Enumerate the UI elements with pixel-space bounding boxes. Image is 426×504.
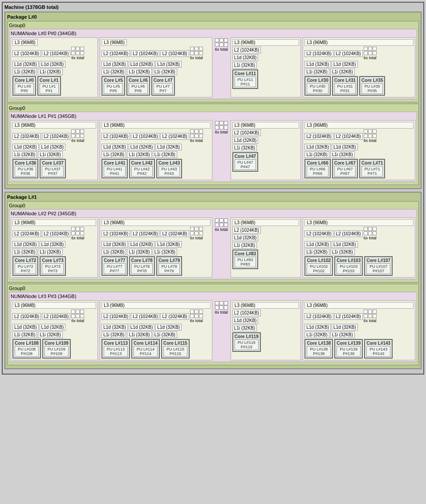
group0-numa1-title: Group0	[9, 105, 417, 111]
pu-119: PU L#119P#119	[235, 339, 259, 350]
core-119: Core L#119 PU L#119P#119	[232, 332, 261, 352]
core-115: Core L#115 PU L#115P#115	[161, 339, 190, 359]
core-71: Core L#71 PU L#71P#71	[359, 159, 385, 178]
l2-0-0: L2 (1024KB)	[12, 50, 41, 57]
l1d-3-1: L1d (32KB)	[332, 61, 358, 68]
l3-n2-s3: L3 (96MB) L2 (1024KB) L2 (1024KB) 6x tot…	[303, 218, 415, 278]
core-113: Core L#113 PU L#113P#113	[101, 339, 130, 359]
numa-node-1-title: NUMANode L#1 P#1 (345GB)	[11, 113, 415, 119]
core-103: Core L#103 PU L#103P#103	[334, 256, 363, 276]
l1i-0-1: L1i (32KB)	[38, 69, 62, 75]
core-47: Core L#47 PU L#47P#47	[232, 152, 258, 172]
l1d-0-0: L1d (32KB)	[12, 61, 39, 68]
l3-section-1: L3 (96MB) L2 (1024KB) L2 (1024KB) L2 (10…	[100, 37, 212, 97]
pu-1: PU L#1P#1	[40, 83, 59, 94]
core-102: Core L#102 PU L#102P#102	[304, 256, 333, 276]
l3-n1-s0: L3 (96MB) L2 (1024KB) L2 (1024KB) 6x tot…	[11, 120, 98, 180]
core-36: Core L#36 PU L#36P#36	[12, 159, 38, 178]
pu-30: PU L#30P#30	[307, 83, 328, 94]
pu-31: PU L#31P#31	[334, 83, 356, 94]
pu-42: PU L#42P#42	[131, 166, 153, 177]
group0-numa2-label: Group0	[9, 203, 417, 208]
l1d-1-0: L1d (32KB)	[101, 61, 128, 68]
pu-102: PU L#102P#102	[307, 263, 331, 274]
l1i-3-1: L1i (32KB)	[330, 69, 355, 75]
l3-n3-s0: L3 (96MB) L2 (1024KB) L2 (1024KB) 6x tot…	[11, 300, 98, 360]
l2-1-1: L2 (1024KB)	[131, 50, 159, 57]
core-114: Core L#114 PU L#114P#114	[131, 339, 160, 359]
l3-n2-s1: L3 (96MB) L2 (1024KB) L2 (1024KB) L2 (10…	[100, 218, 212, 278]
l3-n3-s3: L3 (96MB) L2 (1024KB) L2 (1024KB) 6x tot…	[303, 300, 415, 360]
l3-1-label: L3 (96MB)	[101, 39, 127, 46]
pu-114: PU L#114P#114	[134, 346, 158, 357]
package-0-title: Package L#0	[7, 14, 419, 20]
group0-numa3: Group0 NUMANode L#3 P#3 (344GB) L3 (96MB…	[7, 284, 419, 365]
pu-138: PU L#138P#138	[307, 346, 331, 357]
core-11: Core L#11 PU L#11P#11	[232, 69, 258, 89]
l2-extra-1: 6x total	[190, 47, 203, 60]
core-0: Core L#0 PU L#0P#0	[12, 76, 36, 96]
pu-115: PU L#115P#115	[163, 346, 187, 357]
numa-node-0: NUMANode L#0 P#0 (344GB) L3 (96MB) L2 (1…	[9, 29, 417, 99]
l3-n1-s3: L3 (96MB) L2 (1024KB) L2 (1024KB) 6x tot…	[303, 120, 415, 180]
core-139: Core L#139 PU L#139P#139	[334, 339, 363, 359]
pu-41: PU L#41P#41	[104, 166, 125, 177]
core-41: Core L#41 PU L#41P#41	[101, 159, 127, 178]
pu-72: PU L#72P#72	[15, 263, 36, 274]
pu-107: PU L#107P#107	[366, 263, 390, 274]
pu-5: PU L#5P#5	[104, 83, 123, 94]
l1i-3-0: L1i (32KB)	[304, 69, 329, 75]
pu-79: PU L#79P#79	[158, 263, 180, 274]
l3-n2-s0: L3 (96MB) L2 (1024KB) L2 (1024KB) 6x tot…	[11, 218, 98, 278]
core-43: Core L#43 PU L#43P#43	[156, 159, 182, 178]
package-0: Package L#0 Group0 NUMANode L#0 P#0 (344…	[4, 12, 422, 189]
core-42: Core L#42 PU L#42P#42	[129, 159, 155, 178]
numa-node-1: NUMANode L#1 P#1 (345GB) L3 (96MB) L2 (1…	[9, 112, 417, 182]
core-35: Core L#35 PU L#35P#35	[359, 76, 385, 96]
pu-11: PU L#11P#11	[235, 77, 256, 87]
group0-numa3-label: Group0	[9, 286, 417, 291]
group0-numa0-title: Group0	[9, 23, 417, 28]
machine-box: Machine (1378GB total) Package L#0 Group…	[2, 2, 424, 375]
pu-47: PU L#47P#47	[235, 159, 256, 170]
l3-section-0: L3 (96MB) L2 (1024KB) L2 (1024KB) 6x tot…	[11, 37, 98, 97]
core-72: Core L#72 PU L#72P#72	[12, 256, 38, 276]
pu-66: PU L#66P#66	[307, 166, 328, 177]
l1i-2-0: L1i (32KB)	[232, 62, 257, 69]
pu-139: PU L#139P#139	[337, 346, 361, 357]
l3-2-label: L3 (96MB)	[232, 39, 300, 46]
pu-35: PU L#35P#35	[361, 83, 383, 94]
pu-0: PU L#0P#0	[15, 83, 34, 94]
l1i-1-0: L1i (32KB)	[101, 69, 126, 75]
pu-6: PU L#6P#6	[129, 83, 148, 94]
pu-108: PU L#108P#108	[15, 346, 39, 357]
l3-extra-col-2: 6x total	[214, 218, 229, 278]
core-78: Core L#78 PU L#78P#78	[129, 256, 155, 276]
pu-78: PU L#78P#78	[131, 263, 153, 274]
package-1-title: Package L#1	[7, 194, 419, 200]
core-138: Core L#138 PU L#138P#138	[304, 339, 333, 359]
l3-section-2: L3 (96MB) L2 (1024KB) L1d (32KB) L1i (32…	[231, 37, 301, 97]
l2-1-0: L2 (1024KB)	[101, 50, 130, 57]
core-30: Core L#30 PU L#30P#30	[304, 76, 330, 96]
core-37: Core L#37 PU L#37P#37	[40, 159, 65, 178]
core-67: Core L#67 PU L#67P#67	[332, 159, 358, 178]
pu-103: PU L#103P#103	[337, 263, 361, 274]
group0-numa1: Group0 NUMANode L#1 P#1 (345GB) L3 (96MB…	[7, 104, 419, 185]
l1d-1-1: L1d (32KB)	[129, 61, 155, 68]
l1d-1-2: L1d (32KB)	[155, 61, 182, 68]
l2-0-1: L2 (1024KB)	[42, 50, 70, 57]
l2-3-0: L2 (1024KB)	[304, 50, 333, 57]
pu-83: PU L#83P#83	[235, 257, 256, 267]
l3-extra-col-0: 6x total	[214, 37, 229, 97]
core-79: Core L#79 PU L#79P#79	[156, 256, 182, 276]
pu-71: PU L#71P#71	[361, 166, 383, 177]
pu-113: PU L#113P#113	[104, 346, 128, 357]
l3-3-label: L3 (96MB)	[304, 39, 414, 46]
l2-3-1: L2 (1024KB)	[334, 50, 363, 57]
l1i-1-1: L1i (32KB)	[127, 69, 151, 75]
package-1: Package L#1 Group0 NUMANode L#2 P#2 (345…	[4, 192, 422, 369]
pu-67: PU L#67P#67	[334, 166, 356, 177]
l2-2-0: L2 (1024KB)	[232, 47, 261, 53]
core-5: Core L#5 PU L#5P#5	[101, 76, 125, 96]
